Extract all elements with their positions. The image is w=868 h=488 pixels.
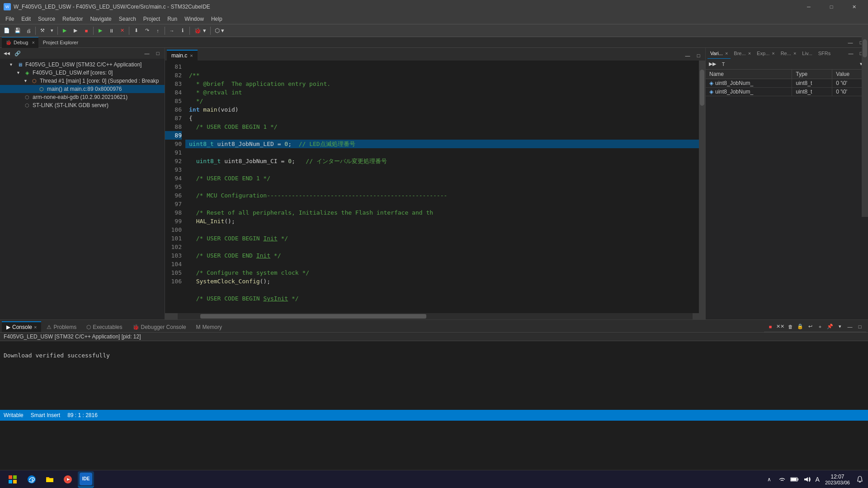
notification-icon[interactable] bbox=[855, 475, 864, 484]
menu-help[interactable]: Help bbox=[208, 14, 226, 24]
minimize-left-button[interactable]: — bbox=[142, 48, 152, 58]
perspective2-dropdown[interactable]: ⬡ ▾ bbox=[212, 26, 227, 35]
menu-project[interactable]: Project bbox=[140, 14, 164, 24]
right-tab-registers[interactable]: Re... × bbox=[778, 48, 799, 59]
perspective-dropdown[interactable]: 🐞 ▾ bbox=[192, 26, 208, 35]
editor-minimize-button[interactable]: — bbox=[683, 51, 693, 61]
right-tab-breakpoints[interactable]: Bre... × bbox=[731, 48, 754, 59]
maximize-button[interactable]: □ bbox=[821, 0, 842, 14]
tree-item-frame[interactable]: ⬡ main() at main.c:89 0x8000976 bbox=[0, 85, 165, 93]
info-button[interactable]: ℹ bbox=[178, 26, 188, 36]
print-button[interactable]: 🖨 bbox=[24, 26, 33, 36]
battery-icon[interactable] bbox=[790, 475, 799, 484]
right-tab-live[interactable]: Liv... bbox=[799, 48, 815, 59]
minimize-view-button[interactable]: — bbox=[845, 38, 855, 47]
hscroll-track[interactable] bbox=[178, 313, 693, 319]
taskbar-music[interactable] bbox=[60, 471, 76, 488]
editor-vscrollbar[interactable] bbox=[699, 61, 705, 313]
hscroll-thumb[interactable] bbox=[200, 314, 426, 319]
tab-close-button[interactable]: × bbox=[190, 53, 193, 58]
breakpoints-tab-close[interactable]: × bbox=[748, 51, 751, 56]
build-dropdown[interactable]: ▾ bbox=[48, 26, 56, 35]
bottom-tab-problems[interactable]: ⚠ Problems bbox=[42, 322, 81, 332]
resume-button[interactable]: ▶ bbox=[95, 26, 105, 36]
scroll-lock-button[interactable]: 🔒 bbox=[796, 322, 805, 331]
debug-button[interactable]: ▶ bbox=[60, 26, 70, 36]
bottom-tab-console[interactable]: ▶ Console × bbox=[2, 321, 41, 332]
close-button[interactable]: ✕ bbox=[844, 0, 864, 14]
suspend-button[interactable]: ⏸ bbox=[106, 26, 116, 36]
right-vscrollbar[interactable] bbox=[862, 48, 868, 217]
code-editor[interactable]: /** * @brief The application entry point… bbox=[185, 61, 699, 313]
menu-file[interactable]: File bbox=[2, 14, 18, 24]
network-icon[interactable] bbox=[778, 475, 787, 484]
registers-tab-close[interactable]: × bbox=[793, 51, 796, 56]
project-explorer-tab[interactable]: Project Explorer bbox=[39, 37, 82, 48]
step-return-button[interactable]: ↑ bbox=[153, 26, 163, 36]
console-tab-close[interactable]: × bbox=[34, 324, 37, 330]
tree-item-gdb[interactable]: ⬡ arm-none-eabi-gdb (10.2.90.20210621) bbox=[0, 93, 165, 101]
collapse-all-vars-button[interactable]: ▶▶ bbox=[708, 59, 717, 69]
tree-item-elf[interactable]: ▼ ◈ F405VG_LED_USW.elf [cores: 0] bbox=[0, 69, 165, 77]
remove-console-button[interactable]: ✕✕ bbox=[776, 322, 785, 331]
taskbar-edge[interactable] bbox=[24, 471, 40, 488]
bottom-tab-debugger-console[interactable]: 🐞 Debugger Console bbox=[128, 322, 191, 332]
menu-edit[interactable]: Edit bbox=[18, 14, 34, 24]
tree-item-thread[interactable]: ▼ ⬡ Thread #1 [main] 1 [core: 0] (Suspen… bbox=[0, 77, 165, 85]
start-button[interactable] bbox=[4, 471, 22, 488]
bottom-tab-memory[interactable]: M Memory bbox=[192, 322, 226, 332]
menu-refactor[interactable]: Refactor bbox=[59, 14, 86, 24]
bottom-tab-executables[interactable]: ⬡ Executables bbox=[82, 322, 127, 332]
var-row-2[interactable]: ◈uint8_JobNum_ uint8_t 0 '\0' bbox=[706, 88, 868, 96]
link-editor-button[interactable]: 🔗 bbox=[13, 48, 23, 58]
taskbar-stm32cubeide[interactable]: IDE bbox=[78, 471, 94, 488]
editor-maximize-button[interactable]: □ bbox=[693, 51, 703, 61]
var-row-1[interactable]: ◈uint8_JobNum_ uint8_t 0 '\0' bbox=[706, 79, 868, 88]
volume-icon[interactable] bbox=[803, 475, 812, 484]
right-tab-variables[interactable]: Vari... × bbox=[708, 48, 731, 59]
right-tab-sfrs[interactable]: SFRs bbox=[816, 48, 834, 59]
show-console-button[interactable]: ▾ bbox=[835, 322, 844, 331]
taskbar-time[interactable]: 12:07 2023/03/06 bbox=[823, 474, 852, 485]
terminate-button[interactable]: ✕ bbox=[117, 26, 127, 36]
debug-perspective-tab[interactable]: 🐞 Debug × bbox=[2, 37, 38, 48]
variables-tab-close[interactable]: × bbox=[725, 51, 728, 56]
menu-run[interactable]: Run bbox=[164, 14, 181, 24]
menu-navigate[interactable]: Navigate bbox=[86, 14, 115, 24]
word-wrap-button[interactable]: ↩ bbox=[806, 322, 815, 331]
debug-tab-close[interactable]: × bbox=[32, 40, 34, 45]
taskbar-explorer[interactable] bbox=[42, 471, 58, 488]
run-to-line-button[interactable]: → bbox=[167, 26, 177, 36]
minimize-button[interactable]: ─ bbox=[798, 0, 819, 14]
menu-source[interactable]: Source bbox=[34, 14, 59, 24]
font-settings-icon[interactable]: A bbox=[816, 476, 820, 483]
editor-hscrollbar[interactable] bbox=[165, 313, 705, 319]
collapse-all-button[interactable]: ◀◀ bbox=[2, 48, 12, 58]
save-button[interactable]: 💾 bbox=[13, 26, 23, 36]
expressions-tab-close[interactable]: × bbox=[772, 51, 774, 56]
vscrollbar-thumb[interactable] bbox=[700, 70, 704, 106]
step-over-button[interactable]: ↷ bbox=[142, 26, 152, 36]
tree-item-stlink[interactable]: ⬡ ST-LINK (ST-LINK GDB server) bbox=[0, 101, 165, 109]
show-type-button[interactable]: T bbox=[718, 59, 728, 69]
right-tab-expressions[interactable]: Exp... × bbox=[754, 48, 778, 59]
menu-window[interactable]: Window bbox=[181, 14, 208, 24]
new-button[interactable]: 📄 bbox=[2, 26, 12, 36]
stop-button[interactable]: ■ bbox=[81, 26, 91, 36]
build-button[interactable]: ⚒ bbox=[38, 26, 47, 36]
bottom-minimize-button[interactable]: — bbox=[845, 322, 854, 331]
menu-search[interactable]: Search bbox=[115, 14, 140, 24]
step-into-button[interactable]: ⬇ bbox=[131, 26, 141, 36]
new-console-button[interactable]: + bbox=[816, 322, 825, 331]
stop-console-button[interactable]: ■ bbox=[766, 322, 775, 331]
bottom-maximize-button[interactable]: □ bbox=[855, 322, 864, 331]
right-minimize-button[interactable]: — bbox=[846, 48, 856, 58]
right-vscrollbar-thumb[interactable] bbox=[863, 48, 867, 57]
maximize-left-button[interactable]: □ bbox=[153, 48, 163, 58]
editor-tab-main-c[interactable]: main.c × bbox=[167, 50, 198, 61]
debug-external-button[interactable]: ▶ bbox=[71, 26, 80, 36]
tree-item-app[interactable]: ▼ 🖥 F405VG_LED_USW [STM32 C/C++ Applicat… bbox=[0, 61, 165, 69]
clear-console-button[interactable]: 🗑 bbox=[786, 322, 795, 331]
pin-console-button[interactable]: 📌 bbox=[826, 322, 835, 331]
chevron-up-icon[interactable]: ∧ bbox=[765, 475, 774, 484]
